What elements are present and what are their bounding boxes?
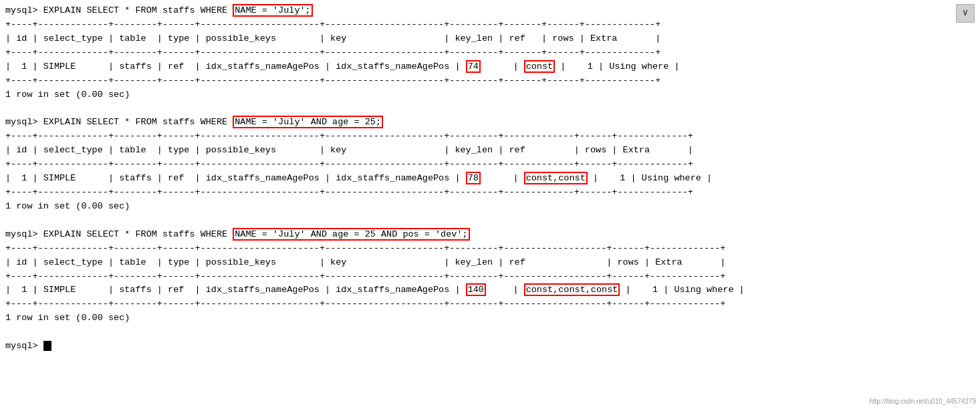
table-row-2: | 1 | SIMPLE | staffs | ref | idx_staffs… [5,172,975,186]
ref-3: const,const,const [524,283,620,296]
table-row-1: | 1 | SIMPLE | staffs | ref | idx_staffs… [5,60,975,74]
table-row-3: | 1 | SIMPLE | staffs | ref | idx_staffs… [5,283,975,297]
prompt-3: mysql> EXPLAIN SELECT * FROM staffs WHER… [5,229,233,239]
table-divider-1c: +----+-------------+--------+------+----… [5,74,975,88]
table-header-2: | id | select_type | table | type | poss… [5,144,975,158]
table-divider-3a: +----+-------------+--------+------+----… [5,242,975,256]
query-line-2: mysql> EXPLAIN SELECT * FROM staffs WHER… [5,116,975,130]
result-info-2: 1 row in set (0.00 sec) [5,200,975,214]
cursor [43,341,51,351]
ref-1: const [524,60,556,73]
final-prompt: mysql> [5,339,975,354]
table-header-1: | id | select_type | table | type | poss… [5,32,975,46]
blank-1 [5,102,975,116]
table-header-3: | id | select_type | table | type | poss… [5,256,975,270]
query-line-1: mysql> EXPLAIN SELECT * FROM staffs WHER… [5,4,975,18]
watermark: http://blog.csdn.net/u010_44574279 [869,396,976,407]
table-divider-2a: +----+-------------+--------+------+----… [5,130,975,144]
result-info-3: 1 row in set (0.00 sec) [5,311,975,325]
prompt-2: mysql> EXPLAIN SELECT * FROM staffs WHER… [5,117,233,127]
table-divider-3c: +----+-------------+--------+------+----… [5,297,975,311]
result-info-1: 1 row in set (0.00 sec) [5,88,975,102]
highlight-query-2: NAME = 'July' AND age = 25; [233,116,383,128]
table-divider-2b: +----+-------------+--------+------+----… [5,158,975,172]
highlight-query-1: NAME = 'July'; [233,4,312,17]
prompt-1: mysql> EXPLAIN SELECT * FROM staffs WHER… [5,5,233,15]
key-len-1: 74 [466,60,481,73]
query-line-3: mysql> EXPLAIN SELECT * FROM staffs WHER… [5,228,975,242]
table-divider-1b: +----+-------------+--------+------+----… [5,46,975,60]
table-divider-3b: +----+-------------+--------+------+----… [5,270,975,284]
terminal-window: ∨ mysql> EXPLAIN SELECT * FROM staffs WH… [0,0,980,409]
ref-2: const,const [524,172,588,184]
highlight-query-3: NAME = 'July' AND age = 25 AND pos = 'de… [233,228,469,241]
table-divider-1a: +----+-------------+--------+------+----… [5,18,975,32]
chevron-down-icon[interactable]: ∨ [956,4,975,23]
key-len-3: 140 [466,283,486,296]
key-len-2: 78 [466,172,481,184]
table-divider-2c: +----+-------------+--------+------+----… [5,186,975,200]
blank-2 [5,214,975,228]
blank-3 [5,325,975,339]
